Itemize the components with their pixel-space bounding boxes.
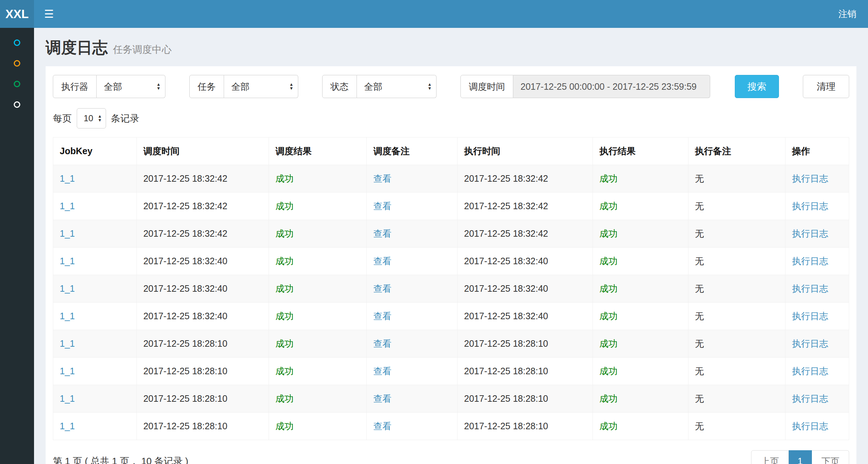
trigger-time-cell: 2017-12-25 18:28:10: [136, 330, 269, 358]
pagesize-row: 每页 10 条记录: [53, 108, 849, 128]
jobkey-link[interactable]: 1_1: [60, 311, 75, 321]
exec-log-link[interactable]: 执行日志: [792, 283, 828, 294]
view-remark-link[interactable]: 查看: [373, 173, 391, 184]
job-filter-select[interactable]: 全部: [224, 75, 298, 98]
view-remark-link[interactable]: 查看: [373, 201, 391, 211]
handle-time-cell: 2017-12-25 18:32:40: [458, 248, 593, 275]
trigger-time-cell: 2017-12-25 18:32:42: [136, 165, 269, 193]
exec-log-link[interactable]: 执行日志: [792, 256, 828, 266]
jobkey-link[interactable]: 1_1: [60, 201, 75, 211]
trigger-remark-cell: 查看: [367, 248, 458, 275]
exec-log-link[interactable]: 执行日志: [792, 228, 828, 239]
app-logo[interactable]: XXL: [0, 0, 34, 28]
trigger-remark-cell: 查看: [367, 358, 458, 385]
exec-log-link[interactable]: 执行日志: [792, 366, 828, 376]
jobkey-link[interactable]: 1_1: [60, 256, 75, 266]
sidebar-item[interactable]: [0, 53, 34, 73]
logout-link[interactable]: 注销: [838, 8, 856, 20]
status-filter-select[interactable]: 全部: [357, 75, 437, 98]
handle-remark-cell: 无: [688, 275, 785, 303]
trigger-result-cell: 成功: [269, 385, 366, 413]
log-table-row: 1_1 2017-12-25 18:32:42 成功 查看 2017-12-25…: [53, 193, 849, 220]
handle-result-cell: 成功: [593, 275, 688, 303]
trigger-time-range-input[interactable]: [513, 75, 710, 98]
handle-remark-cell: 无: [688, 413, 785, 440]
view-remark-link[interactable]: 查看: [373, 228, 391, 239]
jobkey-link[interactable]: 1_1: [60, 228, 75, 239]
log-table-row: 1_1 2017-12-25 18:28:10 成功 查看 2017-12-25…: [53, 413, 849, 440]
trigger-time-cell: 2017-12-25 18:32:42: [136, 193, 269, 220]
action-cell: 执行日志: [785, 413, 849, 440]
exec-log-link[interactable]: 执行日志: [792, 173, 828, 184]
circle-outline-icon: [14, 60, 20, 67]
sidebar-item[interactable]: [0, 73, 34, 94]
handle-time-cell: 2017-12-25 18:28:10: [458, 385, 593, 413]
jobkey-link[interactable]: 1_1: [60, 338, 75, 349]
view-remark-link[interactable]: 查看: [373, 283, 391, 294]
view-remark-link[interactable]: 查看: [373, 338, 391, 349]
exec-log-link[interactable]: 执行日志: [792, 393, 828, 404]
view-remark-link[interactable]: 查看: [373, 366, 391, 376]
exec-log-link[interactable]: 执行日志: [792, 421, 828, 431]
log-table: JobKey调度时间调度结果调度备注执行时间执行结果执行备注操作 1_1 201…: [53, 137, 849, 440]
exec-log-link[interactable]: 执行日志: [792, 338, 828, 349]
sidebar-item[interactable]: [0, 32, 34, 53]
trigger-result-cell: 成功: [269, 303, 366, 330]
pagesize-suffix-label: 条记录: [111, 112, 139, 125]
handle-time-cell: 2017-12-25 18:28:10: [458, 413, 593, 440]
content-box: 执行器 全部 任务 全部 状态 全部: [46, 66, 856, 464]
handle-result-cell: 成功: [593, 303, 688, 330]
select-arrows-icon: [289, 83, 294, 90]
view-remark-link[interactable]: 查看: [373, 311, 391, 321]
sidebar-toggle-icon[interactable]: [44, 9, 54, 20]
jobkey-cell: 1_1: [53, 330, 137, 358]
action-cell: 执行日志: [785, 165, 849, 193]
trigger-time-cell: 2017-12-25 18:28:10: [136, 358, 269, 385]
jobkey-link[interactable]: 1_1: [60, 173, 75, 184]
circle-outline-icon: [14, 81, 20, 87]
log-table-body: 1_1 2017-12-25 18:32:42 成功 查看 2017-12-25…: [53, 165, 849, 440]
handle-result-cell: 成功: [593, 220, 688, 248]
sidebar-item[interactable]: [0, 94, 34, 115]
column-header: 调度结果: [269, 138, 366, 165]
pagination-next-button[interactable]: 下页: [812, 450, 849, 464]
pagesize-prefix-label: 每页: [53, 112, 72, 125]
pagination-prev-button[interactable]: 上页: [751, 450, 789, 464]
clear-button[interactable]: 清理: [803, 75, 849, 98]
column-header: 执行结果: [593, 138, 688, 165]
jobkey-cell: 1_1: [53, 358, 137, 385]
trigger-time-cell: 2017-12-25 18:32:42: [136, 220, 269, 248]
handle-remark-cell: 无: [688, 193, 785, 220]
handle-result-cell: 成功: [593, 248, 688, 275]
handle-time-cell: 2017-12-25 18:32:42: [458, 165, 593, 193]
view-remark-link[interactable]: 查看: [373, 256, 391, 266]
executor-filter-select[interactable]: 全部: [97, 75, 165, 98]
filter-bar: 执行器 全部 任务 全部 状态 全部: [53, 75, 849, 98]
trigger-remark-cell: 查看: [367, 385, 458, 413]
view-remark-link[interactable]: 查看: [373, 393, 391, 404]
jobkey-link[interactable]: 1_1: [60, 421, 75, 431]
handle-time-cell: 2017-12-25 18:32:42: [458, 220, 593, 248]
jobkey-link[interactable]: 1_1: [60, 393, 75, 404]
circle-outline-icon: [14, 39, 20, 46]
handle-remark-cell: 无: [688, 220, 785, 248]
handle-remark-cell: 无: [688, 248, 785, 275]
handle-result-cell: 成功: [593, 193, 688, 220]
search-button[interactable]: 搜索: [735, 75, 779, 98]
exec-log-link[interactable]: 执行日志: [792, 201, 828, 211]
trigger-time-filter-label: 调度时间: [460, 75, 513, 98]
handle-remark-cell: 无: [688, 358, 785, 385]
jobkey-link[interactable]: 1_1: [60, 283, 75, 294]
jobkey-link[interactable]: 1_1: [60, 366, 75, 376]
log-table-row: 1_1 2017-12-25 18:28:10 成功 查看 2017-12-25…: [53, 358, 849, 385]
pagination-current-page[interactable]: 1: [789, 450, 812, 464]
exec-log-link[interactable]: 执行日志: [792, 311, 828, 321]
jobkey-cell: 1_1: [53, 385, 137, 413]
main-content: 调度日志 任务调度中心 执行器 全部 任务 全部: [34, 28, 868, 464]
trigger-result-cell: 成功: [269, 193, 366, 220]
action-cell: 执行日志: [785, 358, 849, 385]
pagesize-select[interactable]: 10: [77, 108, 106, 128]
trigger-remark-cell: 查看: [367, 220, 458, 248]
trigger-remark-cell: 查看: [367, 413, 458, 440]
view-remark-link[interactable]: 查看: [373, 421, 391, 431]
